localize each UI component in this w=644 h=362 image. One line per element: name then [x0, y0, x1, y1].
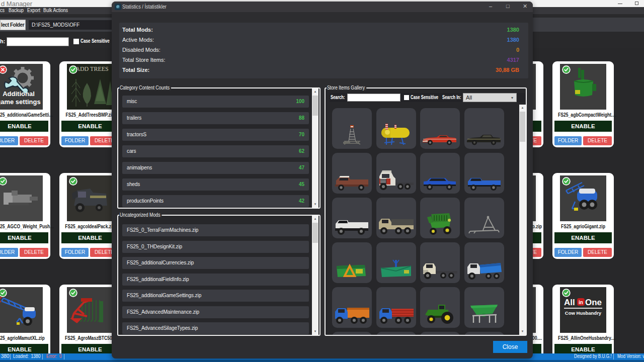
- svg-text:game settings: game settings: [0, 98, 41, 106]
- svg-text:in: in: [579, 300, 583, 305]
- svg-text:One: One: [585, 298, 602, 307]
- svg-text:ADD TREES: ADD TREES: [75, 65, 108, 72]
- svg-text:Cow Husbandry: Cow Husbandry: [565, 310, 602, 316]
- svg-text:Additional: Additional: [3, 90, 35, 98]
- svg-text:All: All: [564, 298, 575, 307]
